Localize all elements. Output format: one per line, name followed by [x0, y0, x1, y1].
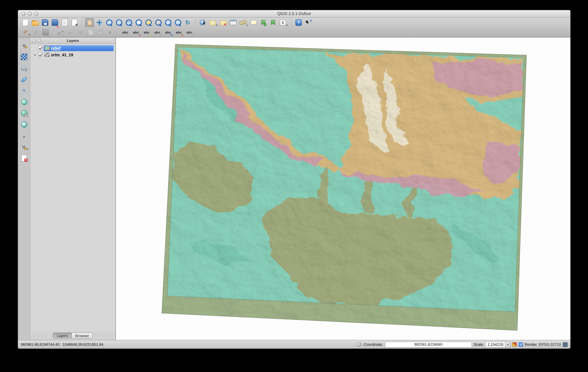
map-canvas[interactable] — [116, 38, 570, 340]
pin-labels-button[interactable]: abc● — [131, 28, 141, 37]
new-print-composer-button[interactable] — [60, 18, 69, 27]
expand-arrow-icon[interactable]: ▸ — [33, 53, 37, 56]
cut-features-button[interactable] — [76, 28, 85, 37]
help-contents-button[interactable] — [294, 18, 303, 27]
save-project-as-button[interactable] — [50, 18, 59, 27]
zoom-button[interactable] — [34, 12, 38, 16]
add-spatialite-layer-icon — [20, 75, 28, 83]
zoom-native-icon: 1:1 — [125, 19, 133, 27]
zoom-next-label: → — [175, 20, 180, 23]
render-checkbox[interactable] — [519, 342, 523, 347]
zoom-to-selection-button[interactable] — [144, 18, 153, 27]
map-tips-button[interactable] — [249, 18, 258, 27]
copy-features-button[interactable] — [86, 28, 95, 37]
zoom-out-button[interactable]: − — [114, 18, 123, 27]
title-bar[interactable]: QGIS 2.0.1-Dufour — [18, 10, 570, 18]
coordinate-display-toggle-button[interactable] — [357, 342, 361, 347]
pan-map-button[interactable] — [85, 18, 94, 27]
status-bar: 960961.66,6194744.40 : 1046649.39,625165… — [18, 340, 570, 349]
save-project-icon — [41, 19, 49, 27]
delete-selected-button[interactable] — [106, 28, 114, 37]
zoom-in-button[interactable]: + — [105, 18, 114, 27]
help-contents-icon — [295, 19, 303, 27]
whats-this-button[interactable] — [304, 18, 313, 27]
current-edits-button[interactable]: ▾ — [21, 28, 31, 37]
layer-row-srtm_41_19[interactable]: ▸srtm_41_19 — [30, 51, 115, 58]
pan-to-selection-button[interactable] — [95, 18, 104, 27]
add-delimited-text-layer-button[interactable]: , — [20, 131, 29, 140]
new-project-icon — [21, 19, 29, 27]
save-layer-edits-button[interactable] — [41, 28, 50, 37]
paste-features-button[interactable] — [96, 28, 105, 37]
open-project-button[interactable] — [31, 18, 40, 27]
pan-to-selection-icon — [95, 19, 103, 27]
add-wfs-layer-button[interactable]: V — [20, 120, 29, 129]
relief-map-image — [116, 38, 570, 340]
select-features-button[interactable]: ▾ — [208, 18, 218, 27]
deselect-features-button[interactable] — [219, 18, 228, 27]
add-raster-layer-icon — [20, 53, 28, 61]
add-vector-layer-label: V — [23, 43, 25, 48]
save-project-button[interactable] — [40, 18, 49, 27]
text-annotation-button[interactable]: ▾ — [278, 18, 288, 27]
open-project-icon — [31, 19, 39, 27]
coordinate-input[interactable] — [385, 342, 472, 347]
zoom-last-button[interactable]: ← — [164, 18, 173, 27]
add-vector-layer-button[interactable]: V — [20, 41, 29, 50]
add-spatialite-layer-button[interactable] — [20, 75, 29, 84]
status-bar-controls: Coordinate: Scale 1:154219 ▾ Render EPSG… — [357, 342, 567, 347]
identify-features-button[interactable] — [198, 18, 207, 27]
close-button[interactable] — [21, 12, 25, 16]
add-postgis-layer-button[interactable] — [20, 64, 29, 72]
panel-float-button[interactable] — [37, 39, 41, 42]
panel-tab-layers[interactable]: Layers — [53, 333, 72, 338]
panel-close-button[interactable] — [32, 39, 36, 42]
add-mssql-layer-button[interactable]: ≈ — [20, 86, 29, 95]
highlight-pinned-labels-accent-icon: ● — [149, 34, 151, 37]
scale-combobox[interactable]: 1:154219 ▾ — [485, 342, 510, 347]
open-attribute-table-button[interactable] — [229, 18, 238, 27]
layer-visibility-checkbox[interactable] — [38, 53, 42, 57]
layer-tree: relief▸srtm_41_19 — [30, 44, 115, 331]
layer-visibility-checkbox[interactable] — [38, 46, 42, 50]
zoom-to-layer-button[interactable] — [154, 18, 163, 27]
node-tool-button[interactable] — [56, 28, 65, 37]
highlight-pinned-labels-button[interactable]: abc● — [142, 28, 152, 37]
change-label-properties-button[interactable]: abc✎ — [174, 28, 184, 37]
add-wcs-layer-button[interactable] — [20, 109, 29, 118]
new-project-button[interactable] — [21, 18, 30, 27]
stop-render-button[interactable] — [512, 342, 517, 347]
panel-tab-browser[interactable]: Browser — [72, 333, 93, 338]
zoom-in-label: + — [106, 20, 111, 23]
rotate-label-button[interactable]: abc↻ — [163, 28, 173, 37]
show-bookmarks-button[interactable] — [269, 18, 278, 27]
zoom-out-icon: − — [115, 19, 123, 27]
crs-status-button[interactable] — [563, 342, 567, 347]
labeling-button[interactable]: abc — [121, 28, 130, 37]
remove-layer-button[interactable] — [20, 154, 29, 163]
scale-dropdown-arrow-icon[interactable]: ▾ — [505, 342, 510, 347]
delete-selected-icon — [106, 28, 114, 36]
identify-features-icon — [199, 19, 207, 27]
zoom-full-button[interactable] — [134, 18, 143, 27]
refresh-map-button[interactable] — [183, 18, 192, 27]
move-feature-button[interactable] — [66, 28, 75, 37]
add-wms-layer-icon — [20, 98, 28, 106]
save-layer-edits-icon — [42, 28, 50, 36]
cut-features-icon — [77, 28, 84, 36]
show-hide-labels-button[interactable]: abc/ — [185, 28, 195, 37]
layer-row-relief[interactable]: relief — [30, 45, 115, 51]
render-label: Render — [524, 342, 537, 347]
move-label-button[interactable]: abc↔ — [153, 28, 162, 37]
minimize-button[interactable] — [28, 12, 32, 16]
add-wms-layer-button[interactable] — [20, 97, 29, 106]
measure-button[interactable]: ▾ — [238, 18, 248, 27]
toggle-editing-button[interactable] — [32, 28, 40, 37]
composer-manager-button[interactable] — [70, 18, 79, 27]
add-raster-layer-button[interactable] — [20, 52, 29, 61]
zoom-next-icon: → — [174, 19, 182, 27]
zoom-native-button[interactable]: 1:1 — [124, 18, 133, 27]
new-bookmark-button[interactable] — [259, 18, 268, 27]
new-vector-layer-button[interactable]: V▾ — [19, 142, 29, 151]
zoom-next-button[interactable]: → — [173, 18, 182, 27]
